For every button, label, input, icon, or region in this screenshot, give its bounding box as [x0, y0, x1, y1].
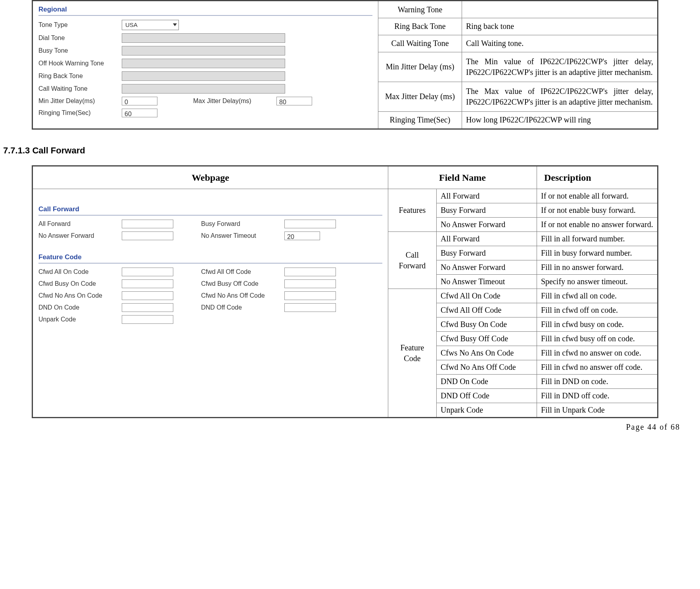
panel-input[interactable] [284, 303, 336, 312]
panel-label: Busy Forward [201, 220, 284, 228]
chevron-down-icon [173, 23, 177, 26]
panel-input[interactable] [122, 220, 173, 228]
fn-features-2: No Answer Forward [436, 218, 537, 232]
desc-maxjitter: The Max value of IP622C/IP622CWP's jitte… [462, 82, 658, 111]
panel-input[interactable] [122, 268, 173, 276]
panel-callforward-group: Call Forward [38, 205, 382, 216]
fn-cf-2: No Answer Forward [436, 260, 537, 275]
ds-fc-2: Fill in cfwd busy on code. [537, 317, 658, 332]
ds-fc-7: Fill in DND off code. [537, 389, 658, 403]
field-ringback: Ring Back Tone [378, 18, 462, 35]
ds-cf-3: Specify no answer timeout. [537, 275, 658, 289]
tone-type-value: USA [125, 21, 138, 29]
offhook-input[interactable] [122, 59, 285, 68]
desc-minjitter: The Min value of IP622C/IP622CWP's jitte… [462, 52, 658, 82]
group-features: Features [388, 189, 436, 232]
panel-input[interactable] [122, 291, 173, 300]
th-webpage: Webpage [33, 166, 388, 189]
panel-label: DND On Code [38, 303, 122, 312]
max-jitter-label: Max Jitter Delay(ms) [193, 97, 276, 105]
fn-fc-0: Cfwd All On Code [436, 289, 537, 303]
ds-fc-3: Fill in cfwd busy off on code. [537, 332, 658, 346]
panel-input[interactable] [122, 279, 173, 288]
offhook-label: Off Hook Warning Tone [38, 59, 122, 68]
ds-features-0: If or not enable all forward. [537, 189, 658, 203]
fn-fc-1: Cfwd All Off Code [436, 303, 537, 317]
panel-label: Cfwd Busy Off Code [201, 279, 284, 288]
group-callforward: Call Forward [388, 232, 436, 289]
fn-features-1: Busy Forward [436, 203, 537, 218]
callwaiting-label: Call Waiting Tone [38, 84, 122, 93]
panel-input[interactable] [284, 268, 336, 276]
callwaiting-input[interactable] [122, 84, 285, 94]
fn-fc-8: Unpark Code [436, 403, 537, 418]
panel-featurecode-group: Feature Code [38, 253, 382, 264]
panel-label: Cfwd No Ans Off Code [201, 291, 284, 300]
group-featurecode: Feature Code [388, 289, 436, 418]
ds-fc-5: Fill in cfwd no answer off code. [537, 360, 658, 375]
panel-input[interactable] [122, 231, 173, 240]
regional-group-title: Regional [38, 5, 372, 16]
ds-features-1: If or not enable busy forward. [537, 203, 658, 218]
ds-cf-2: Fill in no answer forward. [537, 260, 658, 275]
panel-input[interactable] [122, 303, 173, 312]
fn-cf-3: No Answer Timeout [436, 275, 537, 289]
panel-label: DND Off Code [201, 303, 284, 312]
ds-cf-0: Fill in all forward number. [537, 232, 658, 246]
panel-input[interactable] [122, 315, 173, 324]
field-minjitter: Min Jitter Delay (ms) [378, 52, 462, 82]
panel-input[interactable] [284, 279, 336, 288]
panel-label: No Answer Timeout [201, 231, 284, 240]
ds-cf-1: Fill in busy forward number. [537, 246, 658, 260]
panel-label: No Answer Forward [38, 231, 122, 240]
fn-fc-6: DND On Code [436, 375, 537, 389]
desc-callwaiting: Call Waiting tone. [462, 35, 658, 52]
fn-fc-2: Cfwd Busy On Code [436, 317, 537, 332]
ds-fc-8: Fill in Unpark Code [537, 403, 658, 418]
fn-fc-7: DND Off Code [436, 389, 537, 403]
fn-fc-5: Cfwd No Ans Off Code [436, 360, 537, 375]
field-maxjitter: Max Jitter Delay (ms) [378, 82, 462, 111]
field-callwaiting: Call Waiting Tone [378, 35, 462, 52]
fn-cf-0: All Forward [436, 232, 537, 246]
desc-ringback: Ring back tone [462, 18, 658, 35]
field-ringtime: Ringing Time(Sec) [378, 111, 462, 129]
panel-input[interactable] [284, 220, 336, 228]
ringback-label: Ring Back Tone [38, 72, 122, 80]
panel-label: Cfwd Busy On Code [38, 279, 122, 288]
ds-fc-6: Fill in DND on code. [537, 375, 658, 389]
section-heading: 7.7.1.3 Call Forward [3, 145, 684, 156]
tone-type-select[interactable]: USA [122, 20, 179, 30]
ringback-input[interactable] [122, 71, 285, 81]
field-warning-tone: Warning Tone [378, 1, 462, 18]
min-jitter-input[interactable]: 0 [122, 97, 157, 105]
ds-fc-1: Fill in cfwd off on code. [537, 303, 658, 317]
tone-type-label: Tone Type [38, 21, 122, 29]
busy-tone-input[interactable] [122, 46, 285, 55]
panel-label: Cfwd All Off Code [201, 268, 284, 276]
desc-ringtime: How long IP622C/IP622CWP will ring [462, 111, 658, 129]
busy-tone-label: Busy Tone [38, 46, 122, 55]
ringing-time-label: Ringing Time(Sec) [38, 109, 122, 117]
th-desc: Description [537, 166, 658, 189]
ds-features-2: If or not enable no answer forward. [537, 218, 658, 232]
max-jitter-input[interactable]: 80 [276, 97, 312, 105]
dial-tone-input[interactable] [122, 33, 285, 43]
callforward-table: Webpage Field Name Description Call Forw… [32, 165, 658, 418]
page-footer: Page 44 of 68 [626, 423, 680, 432]
fn-fc-3: Cfwd Busy Off Code [436, 332, 537, 346]
min-jitter-label: Min Jitter Delay(ms) [38, 97, 122, 105]
panel-input[interactable] [284, 291, 336, 300]
fn-features-0: All Forward [436, 189, 537, 203]
panel-label: Cfwd No Ans On Code [38, 291, 122, 300]
desc-warning-tone [462, 1, 658, 18]
th-field: Field Name [388, 166, 537, 189]
panel-label: Cfwd All On Code [38, 268, 122, 276]
panel-label: All Forward [38, 220, 122, 228]
regional-panel: Regional Tone Type USA Dial Tone Busy To… [33, 1, 378, 128]
ringing-time-input[interactable]: 60 [122, 109, 157, 117]
ds-fc-4: Fill in cfwd no answer on code. [537, 346, 658, 360]
panel-label: Unpark Code [38, 315, 122, 324]
panel-input[interactable]: 20 [284, 231, 320, 240]
ds-fc-0: Fill in cfwd all on code. [537, 289, 658, 303]
